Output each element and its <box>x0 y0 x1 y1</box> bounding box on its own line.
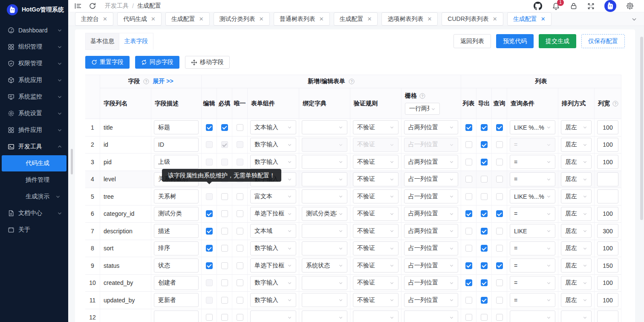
submit-generate-button[interactable]: 提交生成 <box>539 34 576 48</box>
field-desc-input[interactable]: 状态 <box>154 258 199 273</box>
close-tab-icon[interactable]: ✕ <box>427 16 432 22</box>
export-checkbox[interactable] <box>481 141 488 148</box>
lock-screen-icon[interactable] <box>570 2 578 10</box>
export-checkbox[interactable] <box>481 176 488 183</box>
align-select[interactable]: 居左 <box>561 189 592 203</box>
cond-select[interactable]: = <box>510 258 555 273</box>
grid-select[interactable]: 占一列位置 <box>404 138 458 152</box>
help-icon[interactable]: ? <box>612 101 618 107</box>
move-fields-button[interactable]: 移动字段 <box>185 56 230 69</box>
column-width-input[interactable]: 100 <box>597 241 618 255</box>
export-checkbox[interactable] <box>481 245 488 252</box>
query-checkbox[interactable] <box>496 210 503 217</box>
grid-select[interactable]: 占两列位置 <box>404 120 458 134</box>
required-checkbox[interactable] <box>221 262 228 269</box>
dict-select[interactable] <box>302 120 347 134</box>
dict-select[interactable] <box>302 310 347 322</box>
required-checkbox[interactable] <box>221 193 228 200</box>
grid-select[interactable]: 占一列位置 <box>404 172 458 186</box>
notifications-bell[interactable]: 1 <box>552 2 560 10</box>
edit-checkbox[interactable] <box>206 124 213 131</box>
query-checkbox[interactable] <box>496 176 503 183</box>
query-checkbox[interactable] <box>496 262 503 269</box>
grid-select[interactable]: 占两列位置 <box>404 224 458 238</box>
column-width-input[interactable] <box>597 189 618 203</box>
page-tab-2[interactable]: 生成配置✕ <box>165 12 210 26</box>
sidebar-item-docs[interactable]: 文档中心 <box>0 205 68 221</box>
rule-select[interactable]: 不验证 <box>353 276 399 290</box>
list-checkbox[interactable] <box>465 297 472 304</box>
dict-select[interactable]: 测试分类选项 <box>302 207 347 221</box>
close-tab-icon[interactable]: ✕ <box>541 16 546 22</box>
required-checkbox[interactable] <box>221 159 228 165</box>
rule-select[interactable]: 不验证 <box>353 172 399 186</box>
component-select[interactable]: 数字输入 <box>250 138 296 152</box>
export-checkbox[interactable] <box>481 159 488 165</box>
page-tab-3[interactable]: 测试分类列表✕ <box>214 12 270 26</box>
column-width-input[interactable]: 100 <box>597 207 618 221</box>
close-tab-icon[interactable]: ✕ <box>199 16 204 22</box>
back-to-list-button[interactable]: 返回列表 <box>453 34 491 48</box>
unique-checkbox[interactable] <box>237 210 243 217</box>
grid-select[interactable]: 占一列位置 <box>404 258 458 273</box>
rule-select[interactable]: 不验证 <box>353 120 399 134</box>
rule-select[interactable]: 不验证 <box>353 207 399 221</box>
list-checkbox[interactable] <box>465 314 472 321</box>
required-checkbox[interactable] <box>221 297 228 304</box>
list-checkbox[interactable] <box>465 141 472 148</box>
field-desc-input[interactable]: 描述 <box>154 224 199 238</box>
align-select[interactable]: 居左 <box>561 155 592 169</box>
edit-checkbox[interactable] <box>206 297 213 304</box>
app-logo[interactable]: HotGo管理系统 <box>0 0 68 20</box>
settings-gear-icon[interactable] <box>626 2 634 10</box>
close-tab-icon[interactable]: ✕ <box>493 16 497 22</box>
rule-select[interactable]: 不验证 <box>353 224 399 238</box>
required-checkbox[interactable] <box>221 228 228 235</box>
cond-select[interactable]: = <box>510 138 555 152</box>
field-desc-input[interactable]: 测试分类 <box>154 207 199 221</box>
align-select[interactable] <box>561 310 592 322</box>
dict-select[interactable] <box>302 276 347 290</box>
sidebar-item-settings[interactable]: 系统设置 <box>0 105 68 122</box>
component-select[interactable]: 单选下拉框 <box>250 258 296 273</box>
sync-fields-button[interactable]: 同步字段 <box>135 56 179 69</box>
required-checkbox[interactable] <box>221 314 228 321</box>
align-select[interactable]: 居左 <box>561 138 592 152</box>
refresh-page-icon[interactable] <box>89 2 96 10</box>
export-checkbox[interactable] <box>481 279 488 286</box>
unique-checkbox[interactable] <box>237 314 243 321</box>
tab-basic-info[interactable]: 基本信息 <box>85 33 119 50</box>
column-width-input[interactable]: 100 <box>597 120 618 134</box>
align-select[interactable]: 居左 <box>561 258 592 273</box>
export-checkbox[interactable] <box>481 314 488 321</box>
grid-select[interactable]: 占一列位置 <box>404 293 458 307</box>
sidebar-item-dashboard[interactable]: Dashboard <box>0 22 68 38</box>
required-checkbox[interactable] <box>221 210 228 217</box>
unique-checkbox[interactable] <box>237 262 243 269</box>
page-tab-8[interactable]: 生成配置✕ <box>507 12 552 26</box>
align-select[interactable]: 居左 <box>561 120 592 134</box>
grid-select[interactable]: 占两列位置 <box>404 207 458 221</box>
unique-checkbox[interactable] <box>237 228 243 235</box>
list-checkbox[interactable] <box>465 159 472 165</box>
help-icon[interactable]: ? <box>349 78 355 84</box>
unique-checkbox[interactable] <box>237 193 243 200</box>
rule-select[interactable]: 不验证 <box>353 189 399 203</box>
unique-checkbox[interactable] <box>237 159 243 165</box>
dict-select[interactable] <box>302 241 347 255</box>
sidebar-item-about[interactable]: 关于 <box>0 222 68 238</box>
sidebar-item-apps[interactable]: 系统应用 <box>0 72 68 88</box>
page-tab-1[interactable]: 代码生成✕ <box>117 12 162 26</box>
field-desc-input[interactable]: 标题 <box>154 120 199 134</box>
field-desc-input[interactable]: 上级 <box>154 155 199 169</box>
close-tab-icon[interactable]: ✕ <box>367 16 372 22</box>
cond-select[interactable]: = <box>510 207 555 221</box>
user-avatar[interactable] <box>604 0 616 12</box>
column-width-input[interactable]: 150 <box>597 258 618 273</box>
query-checkbox[interactable] <box>496 314 503 321</box>
cond-select[interactable]: LIKE %...% <box>510 189 555 203</box>
column-width-input[interactable]: 300 <box>597 224 618 238</box>
align-select[interactable]: 居左 <box>561 207 592 221</box>
close-tab-icon[interactable]: ✕ <box>151 16 156 22</box>
list-checkbox[interactable] <box>465 176 472 183</box>
